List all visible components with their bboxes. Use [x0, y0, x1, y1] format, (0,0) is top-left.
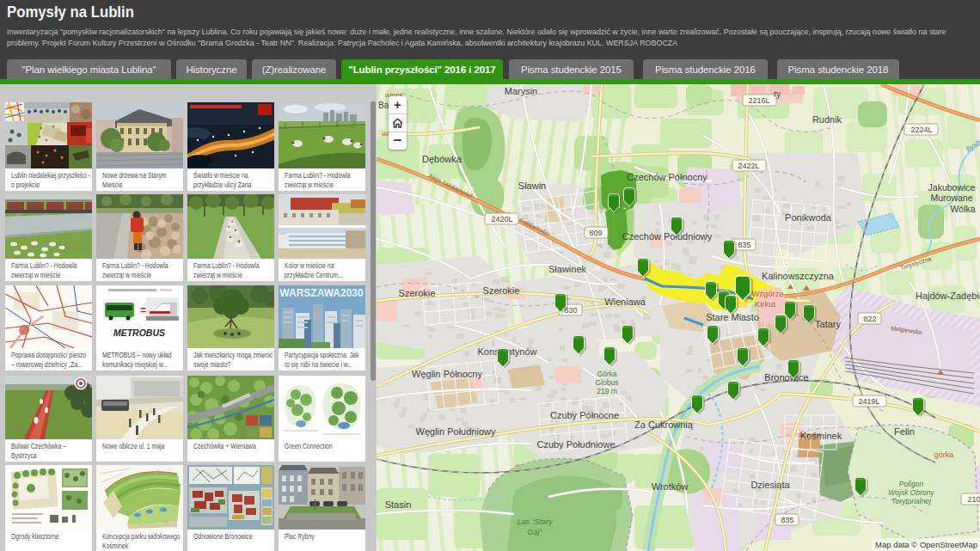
- svg-text:Rudnik: Rudnik: [812, 114, 842, 125]
- svg-text:Wieniawa: Wieniawa: [604, 297, 646, 307]
- svg-text:Poligon: Poligon: [899, 480, 924, 488]
- svg-text:Bronowice: Bronowice: [764, 372, 808, 383]
- svg-text:2108L: 2108L: [967, 495, 980, 504]
- svg-text:2216L: 2216L: [748, 96, 769, 105]
- svg-text:809: 809: [589, 229, 602, 237]
- svg-text:Gaj": Gaj": [527, 528, 542, 536]
- svg-text:Czechów Północny: Czechów Północny: [627, 172, 707, 182]
- svg-text:Czuby Północne: Czuby Północne: [550, 410, 619, 420]
- svg-text:Czechów Południowy: Czechów Południowy: [622, 231, 713, 242]
- svg-text:219 m: 219 m: [597, 387, 617, 395]
- svg-text:Wzgórze: Wzgórze: [751, 289, 783, 298]
- svg-text:Terytorialnej: Terytorialnej: [891, 497, 932, 505]
- svg-text:Stasin: Stasin: [385, 499, 412, 510]
- svg-text:Za Cukrownią: Za Cukrownią: [634, 419, 694, 430]
- svg-text:Węglin Północny: Węglin Północny: [412, 369, 482, 379]
- svg-text:METROBUS: METROBUS: [113, 328, 165, 338]
- svg-text:Kirkut: Kirkut: [755, 299, 776, 309]
- svg-text:2422L: 2422L: [738, 162, 759, 170]
- svg-text:Kalinowszczyzna: Kalinowszczyzna: [762, 271, 835, 281]
- svg-text:Kośminek: Kośminek: [800, 431, 842, 441]
- svg-text:Węglin Południowy: Węglin Południowy: [416, 426, 496, 437]
- svg-text:Hajdów-Zadębie: Hajdów-Zadębie: [916, 291, 980, 301]
- svg-text:Górka: Górka: [597, 370, 616, 378]
- svg-text:Sławin: Sławin: [518, 181, 546, 191]
- svg-text:ry: ry: [774, 89, 781, 99]
- svg-text:Globus: Globus: [596, 378, 619, 387]
- svg-text:835: 835: [738, 241, 750, 249]
- svg-text:2419L: 2419L: [858, 397, 879, 406]
- svg-text:835: 835: [781, 516, 793, 524]
- svg-text:górka: górka: [934, 450, 954, 459]
- svg-text:WARSZAWA2030: WARSZAWA2030: [279, 287, 364, 299]
- svg-text:822: 822: [863, 315, 876, 323]
- svg-text:Murowane: Murowane: [930, 193, 972, 203]
- svg-text:=: =: [140, 304, 146, 316]
- svg-text:Sławinek: Sławinek: [548, 264, 587, 274]
- svg-text:Szerokie: Szerokie: [399, 288, 436, 298]
- svg-text:Jakubowice: Jakubowice: [928, 182, 976, 193]
- svg-text:Las "Stary: Las "Stary: [517, 517, 553, 526]
- svg-text:Dziesiąta: Dziesiąta: [750, 480, 790, 490]
- svg-text:Tatary: Tatary: [815, 319, 841, 329]
- svg-text:Ponikwoda: Ponikwoda: [785, 212, 832, 223]
- svg-text:Felin: Felin: [894, 426, 915, 437]
- svg-text:Szerokie: Szerokie: [483, 285, 520, 296]
- svg-text:Czuby Południowe: Czuby Południowe: [536, 439, 615, 450]
- svg-text:Dębówka: Dębówka: [422, 154, 462, 164]
- svg-text:Wólka: Wólka: [950, 204, 975, 214]
- svg-text:Wojsk Obrony: Wojsk Obrony: [888, 488, 934, 497]
- svg-text:Wrotków: Wrotków: [652, 481, 689, 492]
- svg-text:2420L: 2420L: [491, 215, 512, 223]
- svg-text:2224L: 2224L: [910, 126, 932, 134]
- svg-text:Marysin: Marysin: [505, 86, 538, 96]
